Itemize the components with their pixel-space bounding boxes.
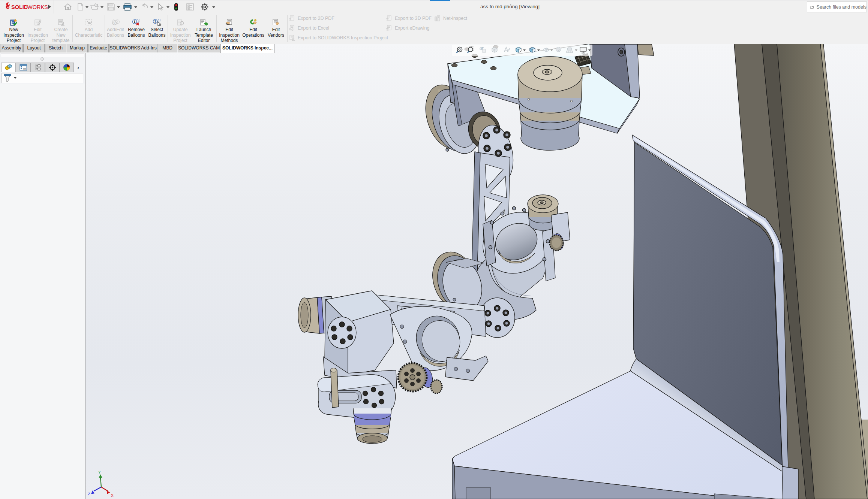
svg-text:1: 1 [133,20,135,24]
svg-text:SOLID: SOLID [11,4,28,10]
svg-text:X: X [111,493,114,498]
svg-text:1: 1 [154,19,156,23]
svg-text:1: 1 [113,22,115,25]
svg-text:WORKS: WORKS [27,4,48,10]
svg-text:Z: Z [88,492,90,496]
svg-text:Y: Y [98,470,101,475]
